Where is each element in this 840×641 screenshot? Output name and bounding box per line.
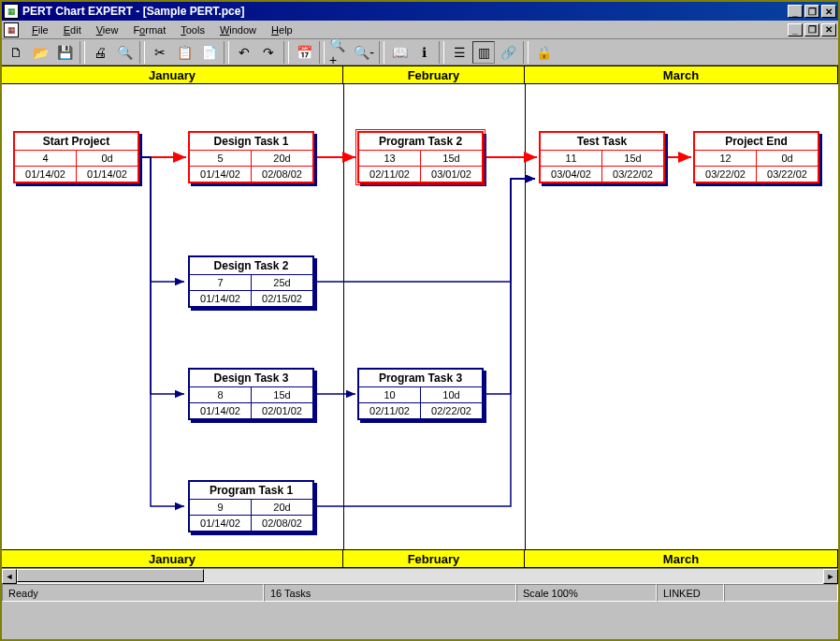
menu-bar: ▦ File Edit View Format Tools Window Hel… [2, 21, 838, 39]
task-design-2[interactable]: Design Task 2 725d 01/14/0202/15/02 [188, 255, 314, 308]
goto-button[interactable]: 📖 [388, 41, 411, 64]
task-project-end[interactable]: Project End 120d 03/22/0203/22/02 [693, 131, 819, 183]
task-program-2[interactable]: Program Task 2 1315d 02/11/0203/01/02 [357, 131, 484, 183]
task-design-1[interactable]: Design Task 1 520d 01/14/0202/08/02 [188, 131, 314, 183]
menu-edit[interactable]: Edit [56, 22, 89, 37]
mdi-maximize-button[interactable]: ❐ [804, 23, 819, 36]
status-scale: Scale 100% [516, 584, 657, 602]
status-ready: Ready [2, 584, 264, 602]
scroll-left-button[interactable]: ◄ [2, 569, 17, 584]
open-button[interactable]: 📂 [29, 41, 51, 64]
new-button[interactable]: 🗋 [5, 41, 27, 64]
view-list-button[interactable]: ☰ [448, 41, 471, 64]
month-january: January [2, 66, 343, 83]
print-button[interactable]: 🖨 [89, 41, 111, 64]
menu-view[interactable]: View [89, 22, 126, 37]
timeline-header-top: January February March [2, 66, 838, 84]
scroll-right-button[interactable]: ► [823, 569, 838, 584]
save-button[interactable]: 💾 [53, 41, 76, 64]
task-program-1[interactable]: Program Task 1 920d 01/14/0202/08/02 [188, 480, 314, 532]
toolbar: 🗋 📂 💾 🖨 🔍 ✂ 📋 📄 ↶ ↷ 📅 🔍+ 🔍- 📖 ℹ ☰ ▥ 🔗 🔒 [2, 39, 838, 66]
doc-icon: ▦ [4, 22, 19, 37]
task-title: Start Project [15, 133, 138, 151]
month-divider-1 [343, 84, 344, 549]
mdi-minimize-button[interactable]: _ [788, 23, 803, 36]
mdi-close-button[interactable]: ✕ [821, 23, 836, 36]
link-button[interactable]: 🔗 [497, 41, 519, 64]
menu-format[interactable]: Format [125, 22, 173, 37]
month-march: March [525, 66, 838, 83]
window-title: PERT Chart EXPERT - [Sample PERT.pce] [22, 5, 788, 18]
maximize-button[interactable]: ❐ [804, 5, 819, 18]
paste-button[interactable]: 📄 [197, 41, 220, 64]
undo-button[interactable]: ↶ [233, 41, 255, 64]
menu-file[interactable]: File [24, 22, 56, 37]
app-icon: ▦ [4, 4, 19, 19]
view-timeline-button[interactable]: ▥ [472, 41, 495, 64]
status-task-count: 16 Tasks [264, 584, 516, 602]
status-spacer [724, 584, 838, 602]
status-bar: Ready 16 Tasks Scale 100% LINKED [2, 583, 838, 602]
chart-area[interactable]: Start Project 40d 01/14/0201/14/02 Desig… [2, 84, 838, 549]
status-linked: LINKED [657, 584, 724, 602]
cut-button[interactable]: ✂ [149, 41, 171, 64]
menu-help[interactable]: Help [264, 22, 300, 37]
month-divider-2 [525, 84, 526, 549]
zoom-out-button[interactable]: 🔍- [353, 41, 375, 64]
task-test[interactable]: Test Task 1115d 03/04/0203/22/02 [539, 131, 665, 183]
task-start-project[interactable]: Start Project 40d 01/14/0201/14/02 [13, 131, 139, 183]
task-design-3[interactable]: Design Task 3 815d 01/14/0202/01/02 [188, 368, 314, 420]
title-bar: ▦ PERT Chart EXPERT - [Sample PERT.pce] … [2, 2, 838, 21]
menu-window[interactable]: Window [212, 22, 264, 37]
timeline-header-bottom: January February March [2, 549, 838, 568]
scroll-thumb[interactable] [17, 569, 204, 582]
task-program-3[interactable]: Program Task 3 1010d 02/11/0202/22/02 [357, 368, 484, 420]
month-february: February [343, 66, 525, 83]
lock-button[interactable]: 🔒 [532, 41, 555, 64]
redo-button[interactable]: ↷ [257, 41, 280, 64]
menu-tools[interactable]: Tools [173, 22, 212, 37]
print-preview-button[interactable]: 🔍 [113, 41, 136, 64]
info-button[interactable]: ℹ [413, 41, 435, 64]
scroll-track[interactable] [17, 569, 823, 583]
minimize-button[interactable]: _ [788, 5, 803, 18]
copy-button[interactable]: 📋 [173, 41, 196, 64]
horizontal-scrollbar[interactable]: ◄ ► [2, 568, 838, 583]
zoom-in-button[interactable]: 🔍+ [328, 41, 351, 64]
date-button[interactable]: 📅 [293, 41, 315, 64]
close-button[interactable]: ✕ [821, 5, 836, 18]
